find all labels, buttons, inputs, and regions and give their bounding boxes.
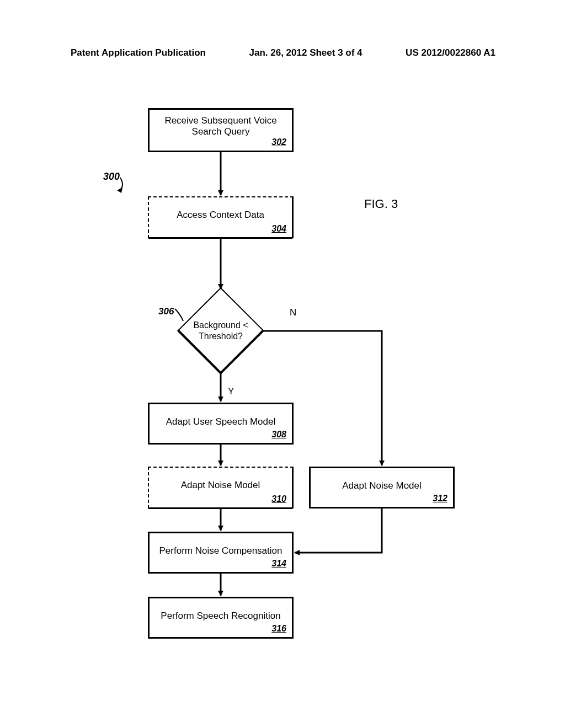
header-center: Jan. 26, 2012 Sheet 3 of 4 [249,47,363,58]
header-left: Patent Application Publication [71,47,206,58]
process-ref: 310 [271,494,286,504]
process-ref: 316 [271,624,286,634]
process-title: Access Context Data [149,197,292,221]
process-title: Adapt Noise Model [149,468,292,491]
process-access-context: Access Context Data 304 [148,196,294,238]
flow-ref-300: 300 [103,171,120,183]
page-header: Patent Application Publication Jan. 26, … [71,47,495,58]
process-ref: 302 [271,137,286,147]
process-ref: 312 [433,494,447,504]
header-right: US 2012/0022860 A1 [406,47,495,58]
process-adapt-speech-model: Adapt User Speech Model 308 [148,403,294,445]
process-speech-recognition: Perform Speech Recognition 316 [148,597,294,639]
decision-text: Background < Threshold? [193,320,248,342]
figure-title: FIG. 3 [364,197,398,211]
process-adapt-noise-left: Adapt Noise Model 310 [148,467,294,508]
decision-no-label: N [290,307,296,318]
process-adapt-noise-right: Adapt Noise Model 312 [309,467,455,508]
process-ref: 314 [271,559,286,569]
process-title: Adapt User Speech Model [150,404,292,427]
process-ref: 304 [271,224,286,234]
decision-yes-label: Y [228,386,234,397]
decision-ref-306: 306 [158,306,174,317]
process-ref: 308 [271,430,286,440]
process-title: Receive Subsequent Voice Search Query [150,110,292,137]
process-title: Perform Noise Compensation [150,533,292,556]
process-receive-query: Receive Subsequent Voice Search Query 30… [148,108,294,152]
process-title: Perform Speech Recognition [150,598,292,622]
decision-background-threshold: Background < Threshold? [177,287,265,375]
process-noise-compensation: Perform Noise Compensation 314 [148,532,294,574]
process-title: Adapt Noise Model [311,468,453,491]
